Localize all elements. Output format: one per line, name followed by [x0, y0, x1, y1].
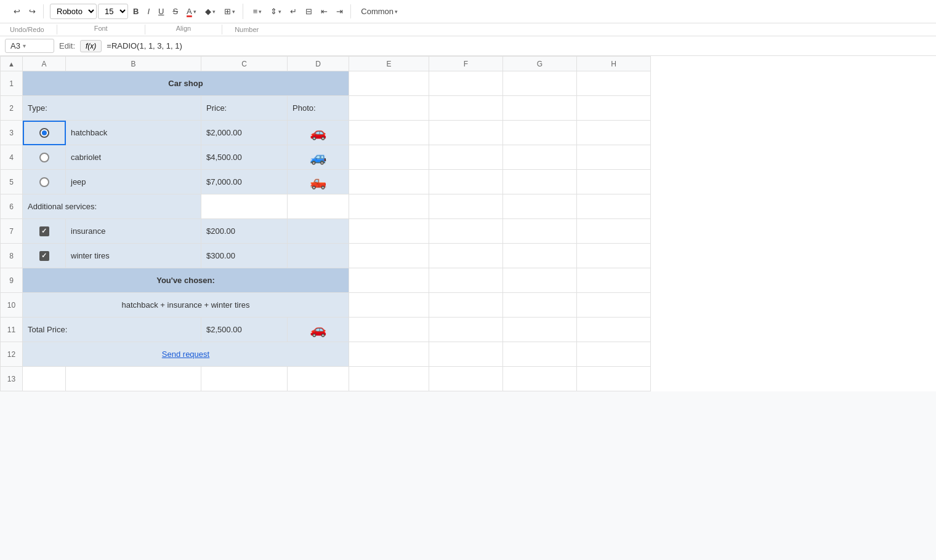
cell-e8[interactable] [349, 244, 429, 268]
cell-d4[interactable]: 🚙 [288, 145, 349, 170]
cell-e4[interactable] [349, 145, 429, 170]
borders-button[interactable]: ⊞ ▾ [220, 4, 239, 18]
cell-g13[interactable] [503, 367, 577, 391]
cell-d7[interactable] [288, 219, 349, 244]
cell-d2[interactable]: Photo: [288, 96, 349, 121]
cell-g10[interactable] [503, 293, 577, 318]
cell-f2[interactable] [429, 96, 503, 121]
fx-button[interactable]: f(x) [80, 40, 102, 52]
cell-c4[interactable]: $4,500.00 [201, 145, 288, 170]
redo-button[interactable]: ↪ [25, 4, 39, 18]
cell-g1[interactable] [503, 71, 577, 96]
cell-g3[interactable] [503, 121, 577, 145]
cell-d5[interactable]: 🛻 [288, 170, 349, 194]
underline-button[interactable]: U [155, 4, 167, 18]
font-color-button[interactable]: A ▾ [183, 4, 200, 18]
undo-button[interactable]: ↩ [10, 4, 24, 18]
col-header-c[interactable]: C [201, 57, 288, 71]
merge-button[interactable]: ⊟ [302, 4, 316, 18]
radio-jeep[interactable] [28, 177, 60, 187]
cell-c8[interactable]: $300.00 [201, 244, 288, 268]
col-header-f[interactable]: F [429, 57, 503, 71]
radio-hatchback[interactable] [28, 128, 60, 138]
cell-c11[interactable]: $2,500.00 [201, 318, 288, 342]
cell-h11[interactable] [577, 318, 651, 342]
cell-g4[interactable] [503, 145, 577, 170]
cell-c3[interactable]: $2,000.00 [201, 121, 288, 145]
cell-g9[interactable] [503, 268, 577, 293]
cell-b5[interactable]: jeep [66, 170, 201, 194]
font-size-select[interactable]: 15 [98, 4, 128, 19]
cell-b13[interactable] [66, 367, 201, 391]
cell-h13[interactable] [577, 367, 651, 391]
strikethrough-button[interactable]: S [169, 4, 182, 18]
cell-ref-dropdown[interactable]: ▾ [23, 42, 26, 49]
cell-h10[interactable] [577, 293, 651, 318]
cell-e13[interactable] [349, 367, 429, 391]
cell-f12[interactable] [429, 342, 503, 367]
checkbox-winter-tires[interactable]: ✓ [28, 251, 60, 261]
cell-h3[interactable] [577, 121, 651, 145]
cell-g2[interactable] [503, 96, 577, 121]
cell-b4[interactable]: cabriolet [66, 145, 201, 170]
cell-g5[interactable] [503, 170, 577, 194]
cell-f8[interactable] [429, 244, 503, 268]
col-header-h[interactable]: H [577, 57, 651, 71]
cell-a13[interactable] [23, 367, 66, 391]
cell-e10[interactable] [349, 293, 429, 318]
cell-a1[interactable]: Car shop [23, 71, 349, 96]
font-family-select[interactable]: Roboto [50, 4, 97, 19]
cell-f11[interactable] [429, 318, 503, 342]
cell-e12[interactable] [349, 342, 429, 367]
cell-g6[interactable] [503, 194, 577, 219]
cell-f3[interactable] [429, 121, 503, 145]
cell-h12[interactable] [577, 342, 651, 367]
fill-color-button[interactable]: ◆ ▾ [201, 4, 219, 18]
cell-h7[interactable] [577, 219, 651, 244]
indent-right-button[interactable]: ⇥ [333, 4, 347, 18]
cell-d3[interactable]: 🚗 [288, 121, 349, 145]
cell-g11[interactable] [503, 318, 577, 342]
cell-h2[interactable] [577, 96, 651, 121]
cell-a5[interactable] [23, 170, 66, 194]
cell-e1[interactable] [349, 71, 429, 96]
cell-a11[interactable]: Total Price: [23, 318, 201, 342]
formula-input[interactable] [107, 41, 931, 50]
cell-f4[interactable] [429, 145, 503, 170]
cell-b7[interactable]: insurance [66, 219, 201, 244]
cell-g7[interactable] [503, 219, 577, 244]
cell-e3[interactable] [349, 121, 429, 145]
number-format-button[interactable]: Common ▾ [357, 4, 401, 18]
cell-a8[interactable]: ✓ [23, 244, 66, 268]
cell-a7[interactable]: ✓ [23, 219, 66, 244]
send-request-link[interactable]: Send request [162, 350, 209, 359]
col-header-g[interactable]: G [503, 57, 577, 71]
checkbox-insurance[interactable]: ✓ [28, 226, 60, 236]
cell-e5[interactable] [349, 170, 429, 194]
cell-b3[interactable]: hatchback [66, 121, 201, 145]
radio-cabriolet[interactable] [28, 153, 60, 162]
cell-a3[interactable] [23, 121, 66, 145]
halign-button[interactable]: ≡ ▾ [249, 4, 266, 18]
cell-a4[interactable] [23, 145, 66, 170]
cell-g8[interactable] [503, 244, 577, 268]
wrap-button[interactable]: ↵ [286, 4, 301, 18]
cell-h4[interactable] [577, 145, 651, 170]
cell-d13[interactable] [288, 367, 349, 391]
cell-a10[interactable]: hatchback + insurance + winter tires [23, 293, 349, 318]
cell-e11[interactable] [349, 318, 429, 342]
indent-left-button[interactable]: ⇤ [317, 4, 331, 18]
cell-f10[interactable] [429, 293, 503, 318]
col-header-b[interactable]: B [66, 57, 201, 71]
col-header-d[interactable]: D [288, 57, 349, 71]
cell-h6[interactable] [577, 194, 651, 219]
cell-c5[interactable]: $7,000.00 [201, 170, 288, 194]
col-header-a[interactable]: A [23, 57, 66, 71]
cell-c6[interactable] [201, 194, 288, 219]
cell-h8[interactable] [577, 244, 651, 268]
italic-button[interactable]: I [143, 4, 153, 18]
cell-c7[interactable]: $200.00 [201, 219, 288, 244]
cell-h1[interactable] [577, 71, 651, 96]
cell-f9[interactable] [429, 268, 503, 293]
cell-e2[interactable] [349, 96, 429, 121]
